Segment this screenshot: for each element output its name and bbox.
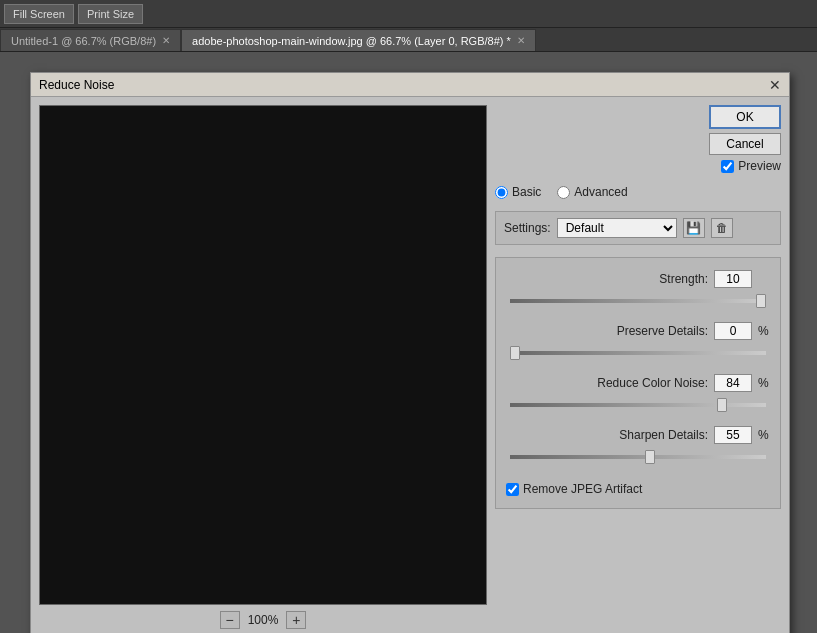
tabs-bar: Untitled-1 @ 66.7% (RGB/8#) ✕ adobe-phot…: [0, 28, 817, 52]
sharpen-details-header: Sharpen Details: %: [506, 426, 770, 444]
preserve-details-slider[interactable]: [510, 351, 766, 355]
sliders-section: Strength: Preserve Details:: [495, 257, 781, 509]
advanced-radio[interactable]: [557, 186, 570, 199]
ok-button[interactable]: OK: [709, 105, 781, 129]
preview-panel: − 100% +: [39, 105, 487, 629]
tab-label: Untitled-1 @ 66.7% (RGB/8#): [11, 35, 156, 47]
reduce-noise-dialog: Reduce Noise ✕ − 100% +: [30, 72, 790, 633]
preview-checkbox[interactable]: [721, 160, 734, 173]
reduce-color-noise-slider[interactable]: [510, 403, 766, 407]
preserve-details-label: Preserve Details:: [506, 324, 708, 338]
advanced-radio-option: Advanced: [557, 185, 627, 199]
remove-jpeg-artifact-checkbox[interactable]: [506, 483, 519, 496]
sharpen-details-input[interactable]: [714, 426, 752, 444]
main-area: Reduce Noise ✕ − 100% +: [0, 52, 817, 633]
mode-radio-group: Basic Advanced: [495, 185, 781, 199]
preview-canvas: [39, 105, 487, 605]
settings-select[interactable]: Default Custom: [557, 218, 677, 238]
buttons-row: OK Cancel Preview: [495, 105, 781, 177]
preserve-details-unit: %: [758, 324, 770, 338]
preview-controls: − 100% +: [39, 611, 487, 629]
tab-main-window[interactable]: adobe-photoshop-main-window.jpg @ 66.7% …: [181, 29, 536, 51]
remove-jpeg-artifact-label: Remove JPEG Artifact: [523, 482, 642, 496]
reduce-color-noise-slider-row: Reduce Color Noise: %: [506, 374, 770, 410]
reduce-color-noise-label: Reduce Color Noise:: [506, 376, 708, 390]
reduce-color-noise-unit: %: [758, 376, 770, 390]
strength-slider[interactable]: [510, 299, 766, 303]
strength-header: Strength:: [506, 270, 770, 288]
artifact-row: Remove JPEG Artifact: [506, 482, 770, 496]
preserve-details-track-container: [506, 344, 770, 358]
strength-track-container: [506, 292, 770, 306]
preview-label: Preview: [738, 159, 781, 173]
sharpen-details-track-container: [506, 448, 770, 462]
tab-untitled[interactable]: Untitled-1 @ 66.7% (RGB/8#) ✕: [0, 29, 181, 51]
strength-slider-row: Strength:: [506, 270, 770, 306]
reduce-color-noise-header: Reduce Color Noise: %: [506, 374, 770, 392]
tab-close-main[interactable]: ✕: [517, 35, 525, 46]
tab-label-active: adobe-photoshop-main-window.jpg @ 66.7% …: [192, 35, 511, 47]
basic-label: Basic: [512, 185, 541, 199]
cancel-button[interactable]: Cancel: [709, 133, 781, 155]
strength-label: Strength:: [506, 272, 708, 286]
sharpen-details-slider[interactable]: [510, 455, 766, 459]
controls-panel: OK Cancel Preview Basic: [495, 105, 781, 629]
fill-screen-button[interactable]: Fill Screen: [4, 4, 74, 24]
top-toolbar: Fill Screen Print Size: [0, 0, 817, 28]
zoom-out-button[interactable]: −: [220, 611, 240, 629]
preserve-details-input[interactable]: [714, 322, 752, 340]
reduce-color-noise-input[interactable]: [714, 374, 752, 392]
strength-input[interactable]: [714, 270, 752, 288]
tab-close-untitled[interactable]: ✕: [162, 35, 170, 46]
zoom-label: 100%: [248, 613, 279, 627]
sharpen-details-label: Sharpen Details:: [506, 428, 708, 442]
dialog-body: − 100% + OK Cancel Preview: [31, 97, 789, 633]
basic-radio[interactable]: [495, 186, 508, 199]
basic-radio-option: Basic: [495, 185, 541, 199]
preserve-details-header: Preserve Details: %: [506, 322, 770, 340]
dialog-close-button[interactable]: ✕: [769, 78, 781, 92]
settings-row: Settings: Default Custom 💾 🗑: [495, 211, 781, 245]
settings-label: Settings:: [504, 221, 551, 235]
advanced-label: Advanced: [574, 185, 627, 199]
preview-check-row: Preview: [721, 159, 781, 173]
preserve-details-slider-row: Preserve Details: %: [506, 322, 770, 358]
modal-overlay: Reduce Noise ✕ − 100% +: [0, 52, 817, 633]
settings-save-button[interactable]: 💾: [683, 218, 705, 238]
settings-delete-button[interactable]: 🗑: [711, 218, 733, 238]
dialog-title: Reduce Noise: [39, 78, 114, 92]
sharpen-details-unit: %: [758, 428, 770, 442]
sharpen-details-slider-row: Sharpen Details: %: [506, 426, 770, 462]
reduce-color-noise-track-container: [506, 396, 770, 410]
print-size-button[interactable]: Print Size: [78, 4, 143, 24]
zoom-in-button[interactable]: +: [286, 611, 306, 629]
dialog-titlebar: Reduce Noise ✕: [31, 73, 789, 97]
